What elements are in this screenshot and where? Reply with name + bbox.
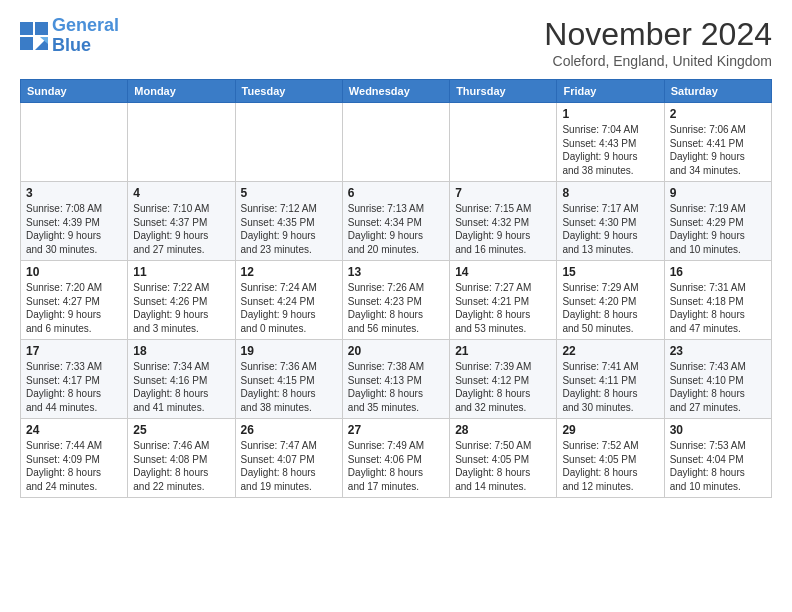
day-info: Sunrise: 7:20 AM Sunset: 4:27 PM Dayligh… bbox=[26, 281, 122, 335]
day-number: 22 bbox=[562, 344, 658, 358]
calendar-header-sunday: Sunday bbox=[21, 80, 128, 103]
calendar-cell: 20Sunrise: 7:38 AM Sunset: 4:13 PM Dayli… bbox=[342, 340, 449, 419]
calendar-cell: 19Sunrise: 7:36 AM Sunset: 4:15 PM Dayli… bbox=[235, 340, 342, 419]
day-info: Sunrise: 7:49 AM Sunset: 4:06 PM Dayligh… bbox=[348, 439, 444, 493]
calendar-cell: 6Sunrise: 7:13 AM Sunset: 4:34 PM Daylig… bbox=[342, 182, 449, 261]
calendar-cell bbox=[342, 103, 449, 182]
day-number: 6 bbox=[348, 186, 444, 200]
day-number: 5 bbox=[241, 186, 337, 200]
header: General Blue November 2024 Coleford, Eng… bbox=[20, 16, 772, 69]
day-number: 4 bbox=[133, 186, 229, 200]
day-info: Sunrise: 7:53 AM Sunset: 4:04 PM Dayligh… bbox=[670, 439, 766, 493]
calendar-cell: 21Sunrise: 7:39 AM Sunset: 4:12 PM Dayli… bbox=[450, 340, 557, 419]
calendar-week-row: 1Sunrise: 7:04 AM Sunset: 4:43 PM Daylig… bbox=[21, 103, 772, 182]
day-number: 11 bbox=[133, 265, 229, 279]
day-number: 30 bbox=[670, 423, 766, 437]
day-info: Sunrise: 7:43 AM Sunset: 4:10 PM Dayligh… bbox=[670, 360, 766, 414]
day-info: Sunrise: 7:31 AM Sunset: 4:18 PM Dayligh… bbox=[670, 281, 766, 335]
day-number: 9 bbox=[670, 186, 766, 200]
title-block: November 2024 Coleford, England, United … bbox=[544, 16, 772, 69]
day-number: 1 bbox=[562, 107, 658, 121]
svg-rect-2 bbox=[20, 37, 33, 50]
day-info: Sunrise: 7:19 AM Sunset: 4:29 PM Dayligh… bbox=[670, 202, 766, 256]
calendar-cell: 9Sunrise: 7:19 AM Sunset: 4:29 PM Daylig… bbox=[664, 182, 771, 261]
calendar-cell: 22Sunrise: 7:41 AM Sunset: 4:11 PM Dayli… bbox=[557, 340, 664, 419]
calendar-cell: 12Sunrise: 7:24 AM Sunset: 4:24 PM Dayli… bbox=[235, 261, 342, 340]
day-info: Sunrise: 7:52 AM Sunset: 4:05 PM Dayligh… bbox=[562, 439, 658, 493]
calendar-cell: 11Sunrise: 7:22 AM Sunset: 4:26 PM Dayli… bbox=[128, 261, 235, 340]
calendar-cell: 3Sunrise: 7:08 AM Sunset: 4:39 PM Daylig… bbox=[21, 182, 128, 261]
calendar-header-tuesday: Tuesday bbox=[235, 80, 342, 103]
logo: General Blue bbox=[20, 16, 119, 56]
day-number: 15 bbox=[562, 265, 658, 279]
day-number: 28 bbox=[455, 423, 551, 437]
page: General Blue November 2024 Coleford, Eng… bbox=[0, 0, 792, 508]
calendar-table: SundayMondayTuesdayWednesdayThursdayFrid… bbox=[20, 79, 772, 498]
day-number: 17 bbox=[26, 344, 122, 358]
month-title: November 2024 bbox=[544, 16, 772, 53]
day-number: 23 bbox=[670, 344, 766, 358]
day-info: Sunrise: 7:06 AM Sunset: 4:41 PM Dayligh… bbox=[670, 123, 766, 177]
day-number: 7 bbox=[455, 186, 551, 200]
day-info: Sunrise: 7:39 AM Sunset: 4:12 PM Dayligh… bbox=[455, 360, 551, 414]
calendar-header-monday: Monday bbox=[128, 80, 235, 103]
calendar-cell: 18Sunrise: 7:34 AM Sunset: 4:16 PM Dayli… bbox=[128, 340, 235, 419]
day-number: 21 bbox=[455, 344, 551, 358]
calendar-cell: 13Sunrise: 7:26 AM Sunset: 4:23 PM Dayli… bbox=[342, 261, 449, 340]
day-info: Sunrise: 7:22 AM Sunset: 4:26 PM Dayligh… bbox=[133, 281, 229, 335]
day-info: Sunrise: 7:36 AM Sunset: 4:15 PM Dayligh… bbox=[241, 360, 337, 414]
calendar-header-friday: Friday bbox=[557, 80, 664, 103]
calendar-cell bbox=[450, 103, 557, 182]
day-number: 3 bbox=[26, 186, 122, 200]
day-info: Sunrise: 7:15 AM Sunset: 4:32 PM Dayligh… bbox=[455, 202, 551, 256]
day-number: 12 bbox=[241, 265, 337, 279]
calendar-week-row: 17Sunrise: 7:33 AM Sunset: 4:17 PM Dayli… bbox=[21, 340, 772, 419]
calendar-cell bbox=[128, 103, 235, 182]
day-info: Sunrise: 7:13 AM Sunset: 4:34 PM Dayligh… bbox=[348, 202, 444, 256]
day-info: Sunrise: 7:29 AM Sunset: 4:20 PM Dayligh… bbox=[562, 281, 658, 335]
day-info: Sunrise: 7:24 AM Sunset: 4:24 PM Dayligh… bbox=[241, 281, 337, 335]
calendar-cell: 4Sunrise: 7:10 AM Sunset: 4:37 PM Daylig… bbox=[128, 182, 235, 261]
day-number: 2 bbox=[670, 107, 766, 121]
calendar-header-wednesday: Wednesday bbox=[342, 80, 449, 103]
calendar-cell: 29Sunrise: 7:52 AM Sunset: 4:05 PM Dayli… bbox=[557, 419, 664, 498]
day-info: Sunrise: 7:17 AM Sunset: 4:30 PM Dayligh… bbox=[562, 202, 658, 256]
day-number: 18 bbox=[133, 344, 229, 358]
day-number: 29 bbox=[562, 423, 658, 437]
day-number: 13 bbox=[348, 265, 444, 279]
location: Coleford, England, United Kingdom bbox=[544, 53, 772, 69]
calendar-cell: 26Sunrise: 7:47 AM Sunset: 4:07 PM Dayli… bbox=[235, 419, 342, 498]
day-info: Sunrise: 7:08 AM Sunset: 4:39 PM Dayligh… bbox=[26, 202, 122, 256]
calendar-header-row: SundayMondayTuesdayWednesdayThursdayFrid… bbox=[21, 80, 772, 103]
day-info: Sunrise: 7:41 AM Sunset: 4:11 PM Dayligh… bbox=[562, 360, 658, 414]
calendar-cell: 17Sunrise: 7:33 AM Sunset: 4:17 PM Dayli… bbox=[21, 340, 128, 419]
day-number: 8 bbox=[562, 186, 658, 200]
calendar-week-row: 3Sunrise: 7:08 AM Sunset: 4:39 PM Daylig… bbox=[21, 182, 772, 261]
day-info: Sunrise: 7:33 AM Sunset: 4:17 PM Dayligh… bbox=[26, 360, 122, 414]
calendar-cell: 27Sunrise: 7:49 AM Sunset: 4:06 PM Dayli… bbox=[342, 419, 449, 498]
calendar-cell: 7Sunrise: 7:15 AM Sunset: 4:32 PM Daylig… bbox=[450, 182, 557, 261]
day-number: 24 bbox=[26, 423, 122, 437]
day-info: Sunrise: 7:38 AM Sunset: 4:13 PM Dayligh… bbox=[348, 360, 444, 414]
calendar-cell bbox=[235, 103, 342, 182]
svg-rect-1 bbox=[35, 22, 48, 35]
calendar-cell: 24Sunrise: 7:44 AM Sunset: 4:09 PM Dayli… bbox=[21, 419, 128, 498]
calendar-cell: 28Sunrise: 7:50 AM Sunset: 4:05 PM Dayli… bbox=[450, 419, 557, 498]
calendar-cell: 23Sunrise: 7:43 AM Sunset: 4:10 PM Dayli… bbox=[664, 340, 771, 419]
day-info: Sunrise: 7:27 AM Sunset: 4:21 PM Dayligh… bbox=[455, 281, 551, 335]
day-number: 14 bbox=[455, 265, 551, 279]
day-number: 16 bbox=[670, 265, 766, 279]
calendar-cell: 14Sunrise: 7:27 AM Sunset: 4:21 PM Dayli… bbox=[450, 261, 557, 340]
day-info: Sunrise: 7:12 AM Sunset: 4:35 PM Dayligh… bbox=[241, 202, 337, 256]
day-info: Sunrise: 7:44 AM Sunset: 4:09 PM Dayligh… bbox=[26, 439, 122, 493]
day-info: Sunrise: 7:46 AM Sunset: 4:08 PM Dayligh… bbox=[133, 439, 229, 493]
calendar-cell: 1Sunrise: 7:04 AM Sunset: 4:43 PM Daylig… bbox=[557, 103, 664, 182]
day-number: 10 bbox=[26, 265, 122, 279]
day-info: Sunrise: 7:10 AM Sunset: 4:37 PM Dayligh… bbox=[133, 202, 229, 256]
day-number: 26 bbox=[241, 423, 337, 437]
logo-line2: Blue bbox=[52, 35, 91, 55]
calendar-cell bbox=[21, 103, 128, 182]
calendar-week-row: 10Sunrise: 7:20 AM Sunset: 4:27 PM Dayli… bbox=[21, 261, 772, 340]
calendar-cell: 30Sunrise: 7:53 AM Sunset: 4:04 PM Dayli… bbox=[664, 419, 771, 498]
calendar-cell: 10Sunrise: 7:20 AM Sunset: 4:27 PM Dayli… bbox=[21, 261, 128, 340]
